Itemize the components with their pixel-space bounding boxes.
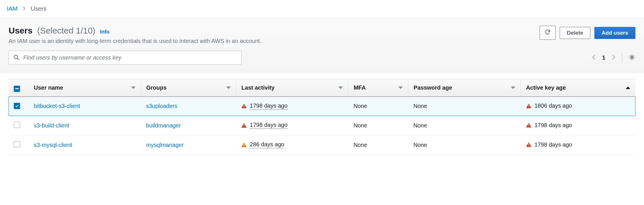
users-table: User name Groups Last activity MFA Passw… bbox=[9, 79, 635, 155]
warning-icon bbox=[241, 142, 247, 147]
svg-rect-7 bbox=[244, 126, 244, 127]
table-row: s3-mysql-clientmysqlmanager286 days agoN… bbox=[9, 135, 635, 155]
user-name-link[interactable]: s3-mysql-client bbox=[34, 142, 72, 148]
row-checkbox[interactable] bbox=[14, 141, 20, 147]
page-prev[interactable] bbox=[592, 54, 596, 61]
sort-icon bbox=[338, 86, 343, 89]
warning-icon bbox=[526, 123, 532, 128]
select-all-checkbox[interactable] bbox=[14, 86, 20, 92]
svg-rect-5 bbox=[528, 107, 529, 107]
column-label: Groups bbox=[146, 84, 167, 91]
delete-button[interactable]: Delete bbox=[560, 27, 590, 39]
selection-count: (Selected 1/10) bbox=[37, 26, 95, 36]
table-row: bitbucket-s3-clients3uploaders1798 days … bbox=[9, 96, 635, 116]
active-key-age-value: 1798 days ago bbox=[534, 122, 572, 129]
add-users-button[interactable]: Add users bbox=[594, 27, 635, 39]
column-header-select[interactable] bbox=[9, 79, 29, 97]
last-activity-cell: 286 days ago bbox=[241, 141, 284, 148]
active-key-age-cell: 1798 days ago bbox=[526, 141, 572, 148]
svg-rect-11 bbox=[244, 146, 244, 146]
svg-rect-4 bbox=[528, 105, 529, 107]
table-row: s3-build-clientbuildmanager1798 days ago… bbox=[9, 116, 635, 135]
last-activity-cell: 1798 days ago bbox=[241, 122, 287, 129]
last-activity-value[interactable]: 286 days ago bbox=[250, 141, 284, 148]
column-header-last-activity[interactable]: Last activity bbox=[236, 79, 348, 97]
chevron-left-icon bbox=[592, 54, 596, 61]
svg-rect-3 bbox=[244, 107, 244, 108]
column-label: Last activity bbox=[241, 84, 275, 91]
warning-icon bbox=[526, 142, 532, 147]
breadcrumb: IAM Users bbox=[0, 0, 644, 18]
row-checkbox[interactable] bbox=[14, 122, 20, 128]
chevron-right-icon bbox=[612, 54, 616, 61]
active-key-age-cell: 1806 days ago bbox=[526, 102, 572, 109]
column-label: Password age bbox=[413, 84, 452, 91]
active-key-age-cell: 1798 days ago bbox=[526, 122, 572, 129]
page-next[interactable] bbox=[612, 54, 616, 61]
refresh-button[interactable] bbox=[540, 26, 556, 40]
sort-asc-icon bbox=[626, 86, 630, 89]
mfa-value: None bbox=[354, 122, 367, 129]
mfa-value: None bbox=[354, 142, 367, 148]
chevron-right-icon bbox=[23, 5, 26, 12]
password-age-value: None bbox=[413, 103, 427, 109]
breadcrumb-root[interactable]: IAM bbox=[7, 5, 17, 12]
column-label: User name bbox=[34, 84, 63, 91]
warning-icon bbox=[526, 103, 532, 109]
row-checkbox[interactable] bbox=[14, 103, 20, 109]
svg-rect-10 bbox=[244, 144, 244, 145]
column-header-password-age[interactable]: Password age bbox=[408, 79, 521, 97]
mfa-value: None bbox=[354, 103, 367, 109]
last-activity-cell: 1798 days ago bbox=[241, 102, 287, 110]
info-link[interactable]: Info bbox=[100, 29, 110, 35]
page-title: Users bbox=[9, 26, 32, 36]
settings-button[interactable] bbox=[629, 54, 635, 62]
groups-link[interactable]: s3uploaders bbox=[146, 103, 177, 109]
sort-icon bbox=[131, 86, 136, 89]
search-icon bbox=[13, 54, 19, 61]
warning-icon bbox=[241, 103, 247, 109]
svg-rect-6 bbox=[244, 125, 244, 126]
user-name-link[interactable]: s3-build-client bbox=[34, 122, 69, 129]
column-header-active-key-age[interactable]: Active key age bbox=[521, 79, 635, 97]
svg-rect-2 bbox=[244, 105, 244, 107]
users-panel: Users (Selected 1/10) Info An IAM user i… bbox=[0, 18, 644, 73]
search-input[interactable] bbox=[9, 51, 241, 65]
sort-icon bbox=[226, 86, 231, 89]
svg-rect-13 bbox=[528, 146, 529, 146]
column-header-user-name[interactable]: User name bbox=[29, 79, 141, 97]
breadcrumb-current: Users bbox=[31, 5, 46, 12]
active-key-age-value: 1798 days ago bbox=[534, 141, 572, 148]
svg-rect-8 bbox=[528, 124, 529, 126]
column-header-mfa[interactable]: MFA bbox=[348, 79, 408, 97]
column-label: Active key age bbox=[526, 84, 566, 91]
sort-icon bbox=[511, 86, 515, 89]
groups-link[interactable]: buildmanager bbox=[146, 122, 181, 129]
sort-icon bbox=[398, 86, 403, 89]
last-activity-value[interactable]: 1798 days ago bbox=[250, 102, 287, 110]
groups-link[interactable]: mysqlmanager bbox=[146, 142, 184, 148]
search-wrapper bbox=[9, 51, 241, 65]
page-subtitle: An IAM user is an identity with long-ter… bbox=[9, 38, 261, 44]
user-name-link[interactable]: bitbucket-s3-client bbox=[34, 103, 80, 109]
page-number: 1 bbox=[602, 54, 605, 61]
svg-point-0 bbox=[14, 55, 18, 59]
svg-rect-12 bbox=[528, 144, 529, 145]
refresh-icon bbox=[545, 30, 551, 36]
gear-icon bbox=[629, 57, 635, 62]
divider bbox=[622, 53, 622, 63]
password-age-value: None bbox=[413, 142, 427, 148]
column-header-groups[interactable]: Groups bbox=[141, 79, 236, 97]
warning-icon bbox=[241, 123, 247, 128]
active-key-age-value: 1806 days ago bbox=[534, 102, 572, 109]
last-activity-value[interactable]: 1798 days ago bbox=[250, 122, 287, 129]
password-age-value: None bbox=[413, 122, 427, 129]
svg-rect-9 bbox=[528, 126, 529, 127]
svg-point-1 bbox=[631, 56, 633, 58]
column-label: MFA bbox=[354, 84, 366, 91]
